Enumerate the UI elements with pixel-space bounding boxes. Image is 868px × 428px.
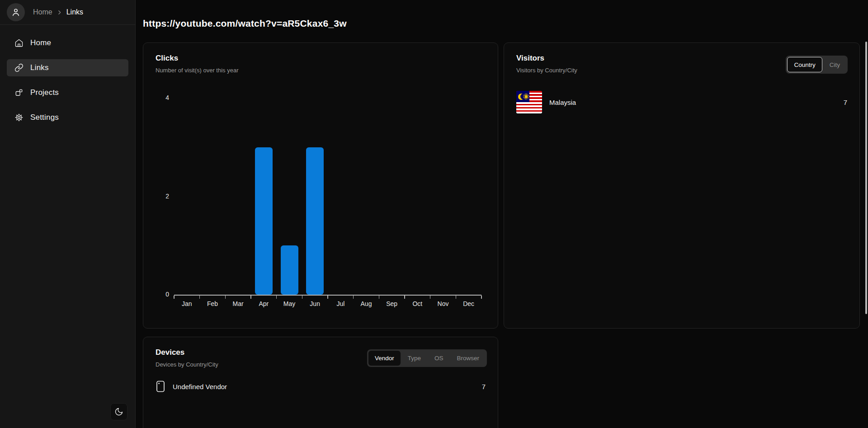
x-axis-label-nov: Nov	[430, 300, 456, 307]
sidebar-item-label: Home	[30, 38, 51, 47]
bar-apr[interactable]	[255, 147, 273, 295]
user-icon	[11, 7, 21, 17]
sidebar-item-label: Settings	[30, 113, 59, 122]
breadcrumb-current: Links	[66, 8, 83, 16]
x-axis-tick	[327, 296, 328, 299]
settings-icon	[14, 113, 24, 122]
x-axis-label-mar: Mar	[225, 300, 251, 307]
toggle-city-button[interactable]: City	[823, 57, 846, 72]
x-axis-label-jun: Jun	[302, 300, 328, 307]
x-axis-tick	[379, 296, 380, 299]
x-axis-label-jan: Jan	[174, 300, 200, 307]
visitors-card-subtitle: Visitors by Country/City	[516, 67, 577, 74]
x-axis-tick	[174, 296, 175, 299]
x-axis-tick	[250, 296, 251, 299]
theme-toggle-button[interactable]	[110, 403, 127, 420]
page-title: https://youtube.com/watch?v=aR5Ckax6_3w	[143, 18, 347, 29]
sidebar-item-label: Links	[30, 63, 49, 72]
devices-card-subtitle: Devices by Country/City	[156, 361, 218, 368]
visitor-country-label: Malaysia	[549, 99, 576, 106]
clicks-card: Clicks Number of visit(s) over this year…	[143, 42, 498, 329]
device-row-undefined-vendor: Undefined Vendor 7	[156, 380, 486, 393]
tab-type[interactable]: Type	[401, 351, 427, 366]
y-axis-label-0: 0	[150, 291, 169, 298]
sidebar-header: Home Links	[0, 0, 135, 25]
visitor-row-malaysia: Malaysia 7	[516, 91, 847, 113]
x-axis-label-sep: Sep	[379, 300, 405, 307]
chevron-right-icon	[57, 9, 62, 15]
y-axis-label-2: 2	[150, 193, 169, 200]
x-axis-label-may: May	[277, 300, 302, 307]
x-axis-tick	[430, 296, 431, 299]
x-axis-tick	[353, 296, 354, 299]
home-icon	[14, 38, 24, 47]
link-icon	[14, 63, 24, 72]
bar-may[interactable]	[281, 245, 298, 295]
x-axis-tick	[276, 296, 277, 299]
x-axis-label-apr: Apr	[251, 300, 277, 307]
tab-vendor[interactable]: Vendor	[368, 351, 401, 366]
x-axis-tick	[302, 296, 303, 299]
device-vendor-label: Undefined Vendor	[173, 383, 227, 390]
device-count: 7	[482, 383, 486, 390]
device-icon	[156, 380, 165, 393]
visitors-toggle-group: Country City	[786, 56, 848, 74]
malaysia-flag-icon	[516, 91, 542, 113]
x-axis-tick	[404, 296, 405, 299]
devices-tab-group: Vendor Type OS Browser	[367, 349, 487, 367]
y-axis-label-4: 4	[150, 94, 169, 101]
sidebar-item-settings[interactable]: Settings	[7, 109, 128, 126]
avatar[interactable]	[7, 3, 25, 21]
tab-browser[interactable]: Browser	[450, 351, 486, 366]
breadcrumb-home[interactable]: Home	[33, 8, 52, 16]
tab-os[interactable]: OS	[428, 351, 450, 366]
sidebar: Home Links Home Links	[0, 0, 136, 428]
x-axis-tick	[199, 296, 200, 299]
toggle-country-button[interactable]: Country	[787, 57, 822, 72]
clicks-bar-chart: 024JanFebMarAprMayJunJulAugSepOctNovDec	[143, 43, 498, 328]
sidebar-item-label: Projects	[30, 88, 59, 97]
visitors-card: Visitors Visitors by Country/City Countr…	[504, 42, 860, 329]
devices-card-title: Devices	[156, 348, 184, 357]
main-content: https://youtube.com/watch?v=aR5Ckax6_3w …	[136, 0, 868, 428]
sidebar-item-home[interactable]: Home	[7, 34, 128, 52]
x-axis-label-oct: Oct	[405, 300, 430, 307]
moon-icon	[114, 407, 123, 416]
bar-jun[interactable]	[306, 147, 324, 295]
projects-icon	[14, 88, 24, 97]
x-axis-label-aug: Aug	[354, 300, 379, 307]
flag-star	[523, 94, 529, 99]
visitors-card-title: Visitors	[516, 54, 544, 63]
sidebar-item-projects[interactable]: Projects	[7, 84, 128, 101]
sidebar-item-links[interactable]: Links	[7, 59, 128, 76]
sidebar-nav: Home Links Projects Settings	[0, 25, 135, 136]
x-axis-tick	[225, 296, 226, 299]
devices-card: Devices Devices by Country/City Vendor T…	[143, 337, 498, 428]
vertical-scrollbar-thumb[interactable]	[865, 42, 867, 314]
x-axis-label-jul: Jul	[328, 300, 354, 307]
x-axis-tick	[481, 296, 482, 299]
breadcrumb: Home Links	[33, 8, 83, 16]
x-axis-tick	[456, 296, 457, 299]
visitor-count: 7	[844, 99, 847, 106]
x-axis-label-feb: Feb	[200, 300, 226, 307]
x-axis-label-dec: Dec	[456, 300, 481, 307]
